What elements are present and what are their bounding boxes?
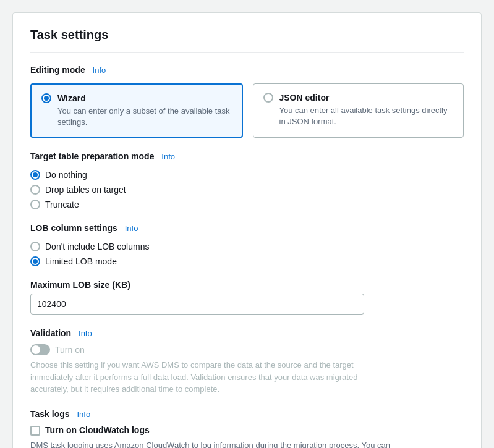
- lob-column-options: Don't include LOB columns Limited LOB mo…: [30, 242, 464, 266]
- lob-column-info-link[interactable]: Info: [125, 224, 138, 233]
- wizard-radio[interactable]: [41, 93, 51, 103]
- drop-tables-radio[interactable]: [30, 185, 40, 195]
- cloudwatch-logs-row: Turn on CloudWatch logs: [30, 425, 464, 436]
- cloudwatch-logs-label: Turn on CloudWatch logs: [45, 425, 150, 435]
- limited-lob-radio[interactable]: [30, 256, 40, 266]
- editing-mode-options: Wizard You can enter only a subset of th…: [30, 83, 464, 138]
- lob-option-1[interactable]: Limited LOB mode: [30, 256, 464, 266]
- validation-toggle-label: Turn on: [55, 345, 85, 355]
- json-editor-mode-card[interactable]: JSON editor You can enter all available …: [253, 83, 464, 138]
- max-lob-size-input[interactable]: [30, 294, 364, 315]
- json-editor-description: You can enter all available task setting…: [279, 105, 454, 127]
- truncate-label: Truncate: [45, 200, 79, 209]
- target-table-option-2[interactable]: Truncate: [30, 200, 464, 209]
- validation-section: Validation Info Turn on Choose this sett…: [30, 328, 464, 395]
- wizard-title: Wizard: [57, 93, 232, 103]
- target-table-option-0[interactable]: Do nothing: [30, 170, 464, 180]
- validation-label: Validation: [30, 328, 71, 338]
- lob-column-section: LOB column settings Info Don't include L…: [30, 223, 464, 266]
- target-table-info-link[interactable]: Info: [161, 152, 175, 161]
- limited-lob-label: Limited LOB mode: [45, 256, 117, 266]
- task-logs-info-link[interactable]: Info: [77, 410, 90, 419]
- drop-tables-label: Drop tables on target: [45, 185, 126, 195]
- validation-description: Choose this setting if you want AWS DMS …: [30, 359, 389, 395]
- task-logs-description: DMS task logging uses Amazon CloudWatch …: [30, 439, 401, 448]
- editing-mode-label: Editing mode: [30, 65, 85, 75]
- do-nothing-label: Do nothing: [45, 170, 87, 180]
- do-nothing-radio[interactable]: [30, 170, 40, 180]
- dont-include-lob-label: Don't include LOB columns: [45, 242, 149, 251]
- json-editor-title: JSON editor: [279, 93, 454, 103]
- wizard-mode-card[interactable]: Wizard You can enter only a subset of th…: [30, 83, 243, 138]
- lob-column-label: LOB column settings: [30, 223, 117, 233]
- truncate-radio[interactable]: [30, 200, 40, 209]
- validation-toggle[interactable]: [30, 344, 50, 355]
- target-table-label: Target table preparation mode: [30, 151, 154, 161]
- target-table-section: Target table preparation mode Info Do no…: [30, 151, 464, 209]
- task-settings-card: Task settings Editing mode Info Wizard Y…: [12, 12, 482, 448]
- lob-option-0[interactable]: Don't include LOB columns: [30, 242, 464, 251]
- dont-include-lob-radio[interactable]: [30, 242, 40, 251]
- target-table-option-1[interactable]: Drop tables on target: [30, 185, 464, 195]
- task-logs-label: Task logs: [30, 409, 70, 419]
- validation-toggle-row: Turn on: [30, 344, 464, 355]
- page-title: Task settings: [30, 28, 464, 53]
- json-editor-radio[interactable]: [263, 93, 273, 103]
- editing-mode-section: Editing mode Info Wizard You can enter o…: [30, 65, 464, 138]
- cloudwatch-logs-checkbox[interactable]: [30, 426, 40, 436]
- editing-mode-info-link[interactable]: Info: [93, 66, 106, 75]
- task-logs-section: Task logs Info Turn on CloudWatch logs D…: [30, 409, 464, 448]
- max-lob-size-label: Maximum LOB size (KB): [30, 280, 464, 290]
- max-lob-size-section: Maximum LOB size (KB): [30, 280, 464, 315]
- validation-info-link[interactable]: Info: [79, 329, 92, 338]
- wizard-description: You can enter only a subset of the avail…: [57, 106, 232, 128]
- target-table-options: Do nothing Drop tables on target Truncat…: [30, 170, 464, 209]
